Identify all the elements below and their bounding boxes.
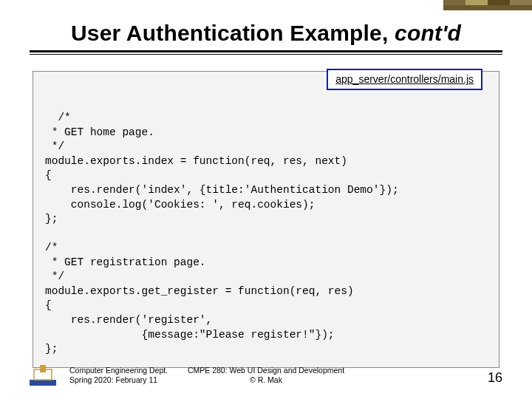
svg-rect-2 bbox=[40, 365, 46, 372]
footer-author: © R. Mak bbox=[188, 375, 344, 386]
university-logo-icon bbox=[30, 364, 56, 386]
file-badge: app_server/controllers/main.js bbox=[327, 69, 482, 90]
svg-rect-0 bbox=[30, 380, 56, 386]
footer: Computer Engineering Dept. Spring 2020: … bbox=[0, 364, 532, 386]
slide-title: User Authentication Example, cont'd bbox=[22, 21, 510, 46]
page-number: 16 bbox=[488, 370, 502, 386]
title-main: User Authentication Example, bbox=[71, 21, 395, 45]
footer-left: Computer Engineering Dept. Spring 2020: … bbox=[69, 366, 168, 386]
footer-date: Spring 2020: February 11 bbox=[69, 375, 168, 386]
code-block: app_server/controllers/main.js /* * GET … bbox=[33, 71, 499, 368]
footer-dept: Computer Engineering Dept. bbox=[69, 366, 168, 376]
footer-center: CMPE 280: Web UI Design and Development … bbox=[188, 366, 344, 386]
code-content: /* * GET home page. */ module.exports.in… bbox=[45, 112, 399, 355]
corner-accent bbox=[443, 0, 532, 10]
footer-course: CMPE 280: Web UI Design and Development bbox=[188, 366, 344, 376]
title-rule bbox=[30, 50, 502, 55]
title-em: cont'd bbox=[395, 21, 461, 45]
